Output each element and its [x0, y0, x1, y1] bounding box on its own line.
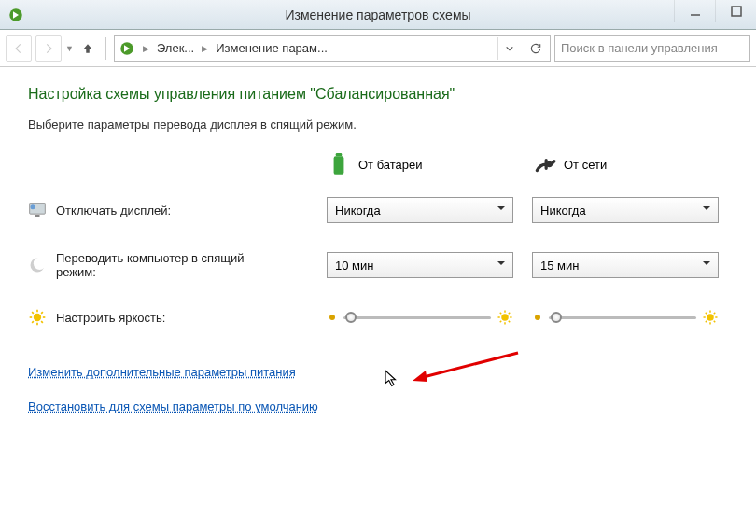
svg-point-22	[501, 314, 509, 321]
nav-up-button[interactable]	[77, 38, 98, 59]
setting-label-text: Отключать дисплей:	[56, 203, 171, 217]
svg-line-20	[41, 312, 43, 314]
setting-label-text: Переводить компьютер в спящий режим:	[56, 251, 280, 279]
search-placeholder: Поиск в панели управления	[561, 41, 718, 55]
power-options-icon	[7, 7, 24, 23]
svg-line-30	[509, 313, 511, 315]
column-header-plugged: От сети	[532, 152, 737, 176]
svg-line-29	[500, 321, 502, 323]
window-title: Изменение параметров схемы	[285, 7, 470, 22]
svg-line-39	[706, 321, 707, 323]
brightness-plugged-slider[interactable]	[532, 307, 719, 328]
display-off-battery-select[interactable]: Никогда	[327, 197, 513, 223]
brightness-high-icon	[497, 309, 513, 326]
sun-icon	[28, 308, 47, 327]
column-label: От сети	[564, 158, 607, 172]
chevron-right-icon: ▶	[141, 44, 151, 53]
svg-line-17	[32, 312, 34, 314]
page-subheading: Выберите параметры перевода дисплея в сп…	[28, 118, 737, 132]
svg-point-31	[535, 315, 540, 320]
brightness-low-icon	[327, 312, 338, 323]
svg-rect-4	[334, 156, 344, 175]
page-heading: Настройка схемы управления питанием "Сба…	[28, 86, 737, 103]
svg-line-18	[41, 321, 43, 323]
moon-icon	[28, 256, 47, 274]
setting-row-sleep: Переводить компьютер в спящий режим: 10 …	[28, 251, 737, 279]
nav-forward-button[interactable]	[35, 35, 62, 62]
restore-defaults-link[interactable]: Восстановить для схемы параметры по умол…	[28, 399, 318, 413]
svg-rect-2	[732, 7, 741, 16]
brightness-high-icon	[702, 309, 719, 326]
power-options-icon	[119, 40, 135, 57]
svg-marker-42	[413, 371, 427, 382]
breadcrumb[interactable]: ▶ Элек... ▶ Изменение парам...	[114, 35, 551, 62]
nav-back-button[interactable]	[6, 35, 32, 62]
display-off-plugged-select[interactable]: Никогда	[532, 197, 719, 223]
column-header-battery: От батареи	[327, 152, 532, 176]
title-bar: Изменение параметров схемы	[0, 0, 756, 30]
cursor-icon	[383, 369, 399, 389]
battery-icon	[327, 152, 351, 176]
nav-bar: ▼ ▶ Элек... ▶ Изменение парам... Поиск в…	[0, 30, 756, 67]
setting-label-text: Настроить яркость:	[56, 311, 165, 325]
setting-row-display-off: Отключать дисплей: Никогда Никогда	[28, 197, 737, 223]
chevron-right-icon: ▶	[200, 44, 210, 53]
svg-point-6	[546, 161, 553, 168]
svg-line-28	[509, 321, 511, 323]
advanced-settings-link[interactable]: Изменить дополнительные параметры питани…	[28, 365, 296, 379]
sleep-battery-select[interactable]: 10 мин	[327, 252, 513, 278]
setting-row-brightness: Настроить яркость:	[28, 307, 737, 328]
svg-line-19	[32, 321, 34, 323]
svg-rect-9	[35, 215, 40, 217]
breadcrumb-item[interactable]: Элек...	[155, 41, 196, 55]
search-input[interactable]: Поиск в панели управления	[554, 35, 750, 62]
svg-line-37	[706, 313, 707, 315]
nav-history-dropdown[interactable]: ▼	[65, 44, 74, 53]
monitor-icon	[28, 201, 47, 219]
minimize-button[interactable]	[674, 0, 715, 22]
refresh-button[interactable]	[524, 42, 548, 55]
plug-icon	[532, 152, 556, 176]
breadcrumb-dropdown-button[interactable]	[497, 37, 520, 60]
svg-rect-5	[336, 153, 343, 156]
svg-point-11	[34, 258, 46, 270]
annotation-arrow-icon	[411, 348, 523, 385]
svg-point-21	[329, 315, 335, 320]
svg-point-8	[31, 204, 35, 209]
sleep-plugged-select[interactable]: 15 мин	[532, 252, 719, 278]
brightness-low-icon	[532, 312, 543, 323]
maximize-button[interactable]	[715, 0, 756, 22]
svg-line-41	[420, 353, 518, 378]
svg-point-32	[707, 314, 714, 321]
svg-line-38	[714, 321, 716, 323]
breadcrumb-item[interactable]: Изменение парам...	[214, 41, 329, 55]
column-label: От батареи	[358, 158, 423, 172]
brightness-battery-slider[interactable]	[327, 307, 513, 328]
svg-point-12	[34, 314, 41, 321]
svg-line-27	[500, 313, 502, 315]
svg-line-40	[714, 313, 716, 315]
